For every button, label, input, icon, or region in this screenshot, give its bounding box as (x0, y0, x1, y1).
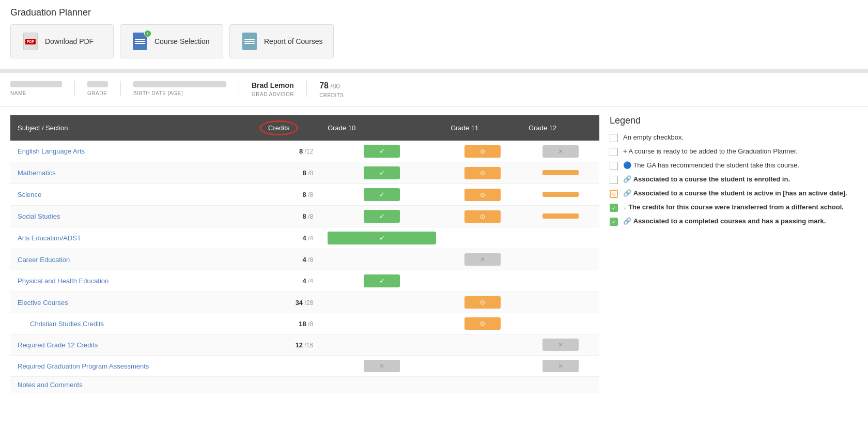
subject-name[interactable]: Christian Studies Credits (18, 320, 104, 328)
credits-cell: 12 /16 (252, 334, 320, 356)
student-grade-value (87, 81, 108, 87)
grade11-cell: ⊙ (443, 292, 521, 313)
credits-cell (252, 377, 320, 393)
grade11-cell (443, 227, 521, 249)
legend-item: 🔗 Associated to a course the student is … (610, 175, 858, 184)
page-wrapper: Graduation Planner PDF Download PDF (0, 0, 868, 444)
grade11-cell (443, 356, 521, 377)
subject-name[interactable]: Arts Education/ADST (18, 234, 81, 242)
report-icon (240, 32, 259, 51)
credits-cell: 34 /28 (252, 292, 320, 313)
header-grade10: Grade 10 (320, 115, 443, 141)
table-row: Elective Courses34 /28⊙ (10, 292, 599, 313)
subject-name[interactable]: Mathematics (18, 169, 56, 177)
course-selection-icon: + (131, 32, 149, 51)
plus-badge: + (144, 30, 151, 37)
subject-name[interactable]: Notes and Comments (18, 381, 83, 389)
grade11-cell: ⊙ (443, 206, 521, 227)
grade11-cell (443, 334, 521, 356)
credits-cell: 8 /8 (252, 184, 320, 206)
student-birthdate-value (133, 81, 226, 87)
grade11-cell: ⊙ (443, 313, 521, 334)
student-name-field: NAME (10, 81, 75, 96)
grade12-cell (521, 270, 599, 292)
course-selection-button[interactable]: + Course Selection (120, 24, 223, 58)
table-row: Social Studies8 /8✓⊙ (10, 206, 599, 227)
subject-name[interactable]: Science (18, 191, 41, 198)
grade10-cell: ✕ (320, 356, 443, 377)
download-pdf-button[interactable]: PDF Download PDF (10, 24, 114, 58)
table-row: Physical and Health Education4 /4✓ (10, 270, 599, 292)
grade12-cell (521, 249, 599, 270)
legend-item: ⊙🔗 Associated to a course the student is… (610, 189, 858, 198)
subject-name[interactable]: Career Education (18, 256, 70, 264)
download-pdf-label: Download PDF (45, 37, 94, 45)
legend-checkbox[interactable] (610, 162, 618, 170)
grade12-cell (521, 313, 599, 334)
grade11-cell: ✕ (443, 249, 521, 270)
legend-items: An empty checkbox.+ A course is ready to… (610, 133, 858, 226)
grade12-cell (521, 206, 599, 227)
subject-name[interactable]: Social Studies (18, 212, 60, 220)
header-credits: Credits (252, 115, 320, 141)
table-row: English Language Arts8 /12✓⊙✕ (10, 141, 599, 162)
student-grade-field: GRADE (87, 81, 121, 96)
legend-checkbox[interactable] (610, 148, 618, 156)
header-grade11: Grade 11 (443, 115, 521, 141)
grade12-cell: ✕ (521, 334, 599, 356)
header-subject: Subject / Section (10, 115, 252, 141)
advisor-name: Brad Lemon (252, 81, 294, 89)
grade11-cell: ⊙ (443, 162, 521, 184)
legend-item: ✓↓ The credits for this course were tran… (610, 203, 858, 212)
table-row: Career Education4 /8✕ (10, 249, 599, 270)
graduation-table: Subject / Section Credits Grade 10 Grade… (10, 115, 599, 393)
grade10-cell: ✓ (320, 184, 443, 206)
table-row: Required Grade 12 Credits12 /16✕ (10, 334, 599, 356)
subject-name[interactable]: English Language Arts (18, 147, 85, 155)
grade12-cell: ✕ (521, 356, 599, 377)
subject-name[interactable]: Elective Courses (18, 299, 68, 307)
grade10-cell (320, 377, 443, 393)
legend-checkbox-green[interactable]: ✓ (610, 204, 618, 212)
legend-item: An empty checkbox. (610, 133, 858, 142)
subject-name[interactable]: Required Graduation Program Assessments (18, 362, 149, 370)
table-row: Arts Education/ADST4 /4✓ (10, 227, 599, 249)
legend-checkbox-orange[interactable]: ⊙ (610, 190, 618, 198)
pdf-icon: PDF (21, 32, 40, 51)
credits-cell: 4 /8 (252, 249, 320, 270)
legend-checkbox-green[interactable]: ✓ (610, 218, 618, 226)
legend-area: Legend An empty checkbox.+ A course is r… (610, 115, 858, 393)
report-courses-label: Report of Courses (264, 37, 323, 45)
action-buttons: PDF Download PDF + Course Selection (10, 24, 858, 58)
table-row: Science8 /8✓⊙ (10, 184, 599, 206)
top-header: Graduation Planner PDF Download PDF (0, 0, 868, 63)
course-selection-label: Course Selection (154, 37, 210, 45)
subject-name[interactable]: Physical and Health Education (18, 277, 109, 285)
subject-name[interactable]: Required Grade 12 Credits (18, 341, 98, 349)
grade10-cell (320, 292, 443, 313)
birthdate-label: BIRTH DATE [AGE] (133, 90, 226, 96)
grade12-cell (521, 162, 599, 184)
grade11-cell: ⊙ (443, 141, 521, 162)
legend-title: Legend (610, 115, 858, 126)
grade10-cell: ✓ (320, 206, 443, 227)
legend-checkbox[interactable] (610, 134, 618, 142)
credits-value: 78 /80 (319, 81, 344, 90)
grade12-cell (521, 227, 599, 249)
grade12-cell: ✕ (521, 141, 599, 162)
grade10-cell (320, 334, 443, 356)
legend-checkbox[interactable] (610, 176, 618, 184)
table-row: Notes and Comments (10, 377, 599, 393)
report-courses-button[interactable]: Report of Courses (229, 24, 334, 58)
grade-label: GRADE (87, 90, 108, 96)
page-title: Graduation Planner (10, 7, 858, 18)
table-area: Subject / Section Credits Grade 10 Grade… (10, 115, 599, 393)
credits-cell (252, 356, 320, 377)
grade11-cell (443, 270, 521, 292)
table-row: Christian Studies Credits18 /8⊙ (10, 313, 599, 334)
credits-cell: 4 /4 (252, 270, 320, 292)
legend-item: 🔵 The GA has recommended the student tak… (610, 161, 858, 170)
legend-item: ✓🔗 Associated to a completed courses and… (610, 217, 858, 226)
student-bar: NAME GRADE BIRTH DATE [AGE] Brad Lemon G… (0, 73, 868, 107)
grad-advisor-field: Brad Lemon GRAD ADVISOR (252, 81, 307, 97)
